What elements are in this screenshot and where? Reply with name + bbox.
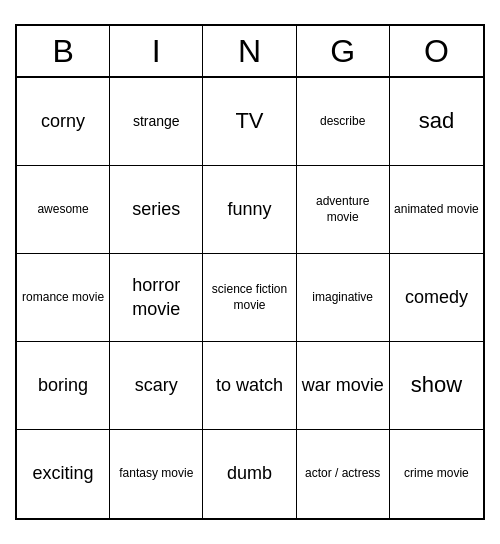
bingo-cell-21[interactable]: fantasy movie [110, 430, 203, 518]
bingo-cell-5[interactable]: awesome [17, 166, 110, 254]
bingo-cell-1[interactable]: strange [110, 78, 203, 166]
bingo-cell-0[interactable]: corny [17, 78, 110, 166]
bingo-cell-17[interactable]: to watch [203, 342, 296, 430]
bingo-cell-6[interactable]: series [110, 166, 203, 254]
bingo-cell-2[interactable]: TV [203, 78, 296, 166]
bingo-cell-24[interactable]: crime movie [390, 430, 483, 518]
bingo-cell-18[interactable]: war movie [297, 342, 390, 430]
bingo-cell-7[interactable]: funny [203, 166, 296, 254]
bingo-cell-16[interactable]: scary [110, 342, 203, 430]
bingo-cell-22[interactable]: dumb [203, 430, 296, 518]
bingo-cell-9[interactable]: animated movie [390, 166, 483, 254]
bingo-card: BINGO cornystrangeTVdescribesadawesomese… [15, 24, 485, 520]
bingo-cell-13[interactable]: imaginative [297, 254, 390, 342]
header-letter-O: O [390, 26, 483, 76]
bingo-cell-15[interactable]: boring [17, 342, 110, 430]
bingo-grid: cornystrangeTVdescribesadawesomeseriesfu… [17, 78, 483, 518]
bingo-header: BINGO [17, 26, 483, 78]
bingo-cell-20[interactable]: exciting [17, 430, 110, 518]
header-letter-B: B [17, 26, 110, 76]
bingo-cell-10[interactable]: romance movie [17, 254, 110, 342]
header-letter-I: I [110, 26, 203, 76]
header-letter-G: G [297, 26, 390, 76]
bingo-cell-11[interactable]: horror movie [110, 254, 203, 342]
bingo-cell-19[interactable]: show [390, 342, 483, 430]
bingo-cell-4[interactable]: sad [390, 78, 483, 166]
bingo-cell-12[interactable]: science fiction movie [203, 254, 296, 342]
bingo-cell-14[interactable]: comedy [390, 254, 483, 342]
header-letter-N: N [203, 26, 296, 76]
bingo-cell-23[interactable]: actor / actress [297, 430, 390, 518]
bingo-cell-3[interactable]: describe [297, 78, 390, 166]
bingo-cell-8[interactable]: adventure movie [297, 166, 390, 254]
